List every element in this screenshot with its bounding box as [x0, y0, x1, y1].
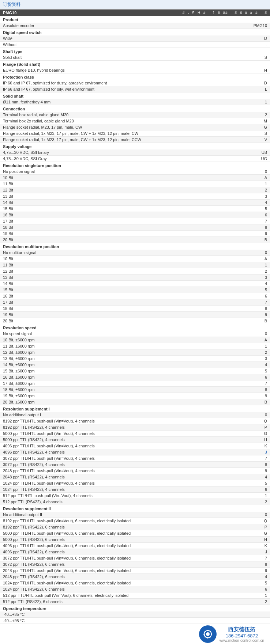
row-code: [251, 611, 270, 618]
row-code: J: [251, 449, 270, 455]
row-label: 512 ppr TTL/HTL push-pull (Vin=Vout), 6 …: [0, 592, 251, 599]
row-code: 8: [251, 561, 270, 568]
table-row: Terminal box radial, cable gland M202: [0, 112, 270, 118]
section-label: Product: [0, 16, 270, 23]
table-row: 20 BitB: [0, 237, 270, 243]
row-label: No position signal: [0, 168, 251, 175]
table-row: Absolute encoderPMG10: [0, 23, 270, 29]
section-label: Operating temperature: [0, 605, 270, 612]
table-row: Flange socket radial, 1x M23, 17 pin, ma…: [0, 137, 270, 143]
row-code: UB: [251, 149, 270, 156]
row-code: H: [251, 537, 270, 543]
section-label: Digital speed switch: [0, 29, 270, 36]
table-row: 16 Bit6: [0, 293, 270, 299]
table-row: Without-: [0, 42, 270, 48]
table-row: 1024 ppr TTL/HTL push-pull (Vin=Vout), 4…: [0, 480, 270, 486]
row-label: 15 Bit: [0, 287, 251, 293]
row-label: EURO flange B10, hybrid bearings: [0, 67, 251, 73]
row-label: 4096 ppr TTL (RS422), 6 channels: [0, 549, 251, 555]
table-row: 13 Bit3: [0, 274, 270, 281]
table-row: Flange socket radial, 1x M23, 17 pin, ma…: [0, 130, 270, 137]
table-row: 15 Bit5: [0, 287, 270, 293]
row-label: No additional output II: [0, 512, 251, 518]
section-header-resolution-speed: Resolution speed: [0, 324, 270, 331]
section-label: Protection class: [0, 73, 270, 80]
row-label: 15 Bit: [0, 206, 251, 212]
table-row: 512 ppr TTL/HTL push-pull (Vin=Vout), 6 …: [0, 592, 270, 599]
row-label: 3072 ppr TTL (RS422), 4 channels: [0, 462, 251, 468]
row-code: 9: [251, 393, 270, 399]
row-label: 2048 ppr TTL (RS422), 6 channels: [0, 574, 251, 580]
table-row: 13 Bit, ±6000 rpm3: [0, 356, 270, 362]
row-code: H: [251, 437, 270, 443]
row-label: 18 Bit: [0, 306, 251, 312]
section-header-resolution-singleturn: Resolution singleturn position: [0, 162, 270, 169]
table-row: 4096 ppr TTL (RS422), 6 channelsJ: [0, 549, 270, 555]
table-row: Terminal box 2x radial, cable gland M20M: [0, 118, 270, 124]
table-row: 4096 ppr TTL/HTL push-pull (Vin=Vout), 6…: [0, 543, 270, 549]
row-label: 14 Bit: [0, 281, 251, 287]
table-row: 2048 ppr TTL (RS422), 4 channels4: [0, 474, 270, 480]
row-code: 5: [251, 580, 270, 586]
section-label: Supply voltage: [0, 143, 270, 150]
row-label: Without: [0, 42, 251, 48]
table-row: 19 Bit9: [0, 231, 270, 237]
table-row: Solid shaftS: [0, 54, 270, 61]
row-label: 19 Bit, ±6000 rpm: [0, 393, 251, 399]
table-row: 14 Bit4: [0, 200, 270, 206]
row-code: UG: [251, 156, 270, 162]
row-label: 512 ppr TTL (RS422), 4 channels: [0, 499, 251, 505]
row-code: 7: [251, 555, 270, 561]
data-table: ProductAbsolute encoderPMG10Digital spee…: [0, 16, 270, 624]
row-code: B: [251, 399, 270, 405]
table-row: 13 Bit3: [0, 193, 270, 200]
row-code: G: [251, 124, 270, 130]
row-label: No multiturn signal: [0, 250, 251, 256]
row-code: K: [251, 443, 270, 449]
table-row: 12 Bit2: [0, 268, 270, 274]
table-row: 8192 ppr TTL/HTL push-pull (Vin=Vout), 6…: [0, 518, 270, 524]
table-row: 12 Bit2: [0, 187, 270, 193]
row-label: 14 Bit, ±6000 rpm: [0, 362, 251, 368]
row-label: 4096 ppr TTL (RS422), 4 channels: [0, 449, 251, 455]
row-code: K: [251, 543, 270, 549]
table-row: 8192 ppr TTL (RS422), 6 channelsP: [0, 524, 270, 530]
row-label: Flange socket radial, M23, 17 pin, male,…: [0, 124, 251, 130]
row-code: 5: [251, 480, 270, 486]
table-row: Flange socket radial, M23, 17 pin, male,…: [0, 124, 270, 130]
row-code: 6: [251, 586, 270, 592]
table-row: 3072 ppr TTL (RS422), 6 channels8: [0, 561, 270, 568]
row-label: 1024 ppr TTL (RS422), 6 channels: [0, 586, 251, 592]
row-label: 512 ppr TTL/HTL push-pull (Vin=Vout), 4 …: [0, 493, 251, 499]
table-row: 512 ppr TTL (RS422), 6 channels2: [0, 599, 270, 605]
row-label: 5000 ppr TTL/HTL push-pull (Vin=Vout), 6…: [0, 530, 251, 537]
section-label: Connection: [0, 105, 270, 112]
table-row: EURO flange B10, hybrid bearingsH: [0, 67, 270, 73]
row-label: 1024 ppr TTL (RS422), 4 channels: [0, 486, 251, 493]
row-code: 4: [251, 574, 270, 580]
row-code: -: [251, 42, 270, 48]
watermark-icon: [199, 625, 217, 643]
svg-point-1: [206, 632, 210, 636]
section-header-operating-temperature: Operating temperature: [0, 605, 270, 612]
row-code: 0: [251, 512, 270, 518]
company-name: 西安德伍拓: [220, 626, 264, 633]
row-label: 12 Bit: [0, 187, 251, 193]
table-row: 20 BitB: [0, 318, 270, 324]
section-header-shaft-type: Shaft type: [0, 48, 270, 55]
section-label: Resolution singleturn position: [0, 162, 270, 169]
row-code: 4: [251, 362, 270, 368]
table-row: -40...+95 °C: [0, 618, 270, 624]
row-label: 17 Bit, ±6000 rpm: [0, 380, 251, 387]
row-label: 2048 ppr TTL (RS422), 4 channels: [0, 474, 251, 480]
table-row: -40...+85 °C: [0, 611, 270, 618]
top-bar-label: 订货资料: [3, 2, 20, 7]
table-row: 8192 ppr TTL/HTL push-pull (Vin=Vout), 4…: [0, 418, 270, 424]
row-code: 3: [251, 193, 270, 200]
row-label: 11 Bit: [0, 181, 251, 187]
row-label: 8192 ppr TTL (RS422), 6 channels: [0, 524, 251, 530]
table-row: 18 Bit8: [0, 306, 270, 312]
row-code: P: [251, 424, 270, 431]
row-label: 12 Bit, ±6000 rpm: [0, 349, 251, 356]
top-bar: 订货资料: [0, 0, 270, 10]
